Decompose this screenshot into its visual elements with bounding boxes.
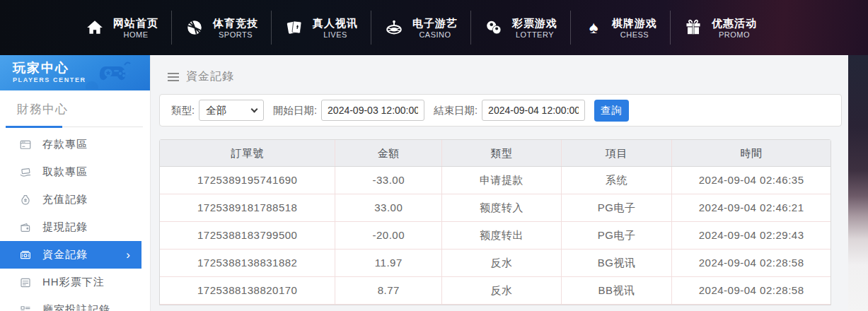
main-content: 資金記錄 類型: 全部 開始日期: 結束日期: 查詢 訂單號金額類型項目時間 1… <box>151 55 848 311</box>
table-cell: 反水 <box>441 277 561 304</box>
type-select[interactable]: 全部 <box>199 100 264 121</box>
nav-label-en: CHESS <box>620 30 649 40</box>
nav-label-zh: 体育竞技 <box>213 16 258 30</box>
column-header: 金額 <box>335 140 441 166</box>
column-header: 類型 <box>441 140 561 166</box>
roulette-icon <box>384 18 404 37</box>
column-header: 訂單號 <box>160 140 335 166</box>
nav-item-lives[interactable]: 真人视讯 LIVES <box>271 11 371 45</box>
hamburger-icon[interactable] <box>168 73 179 81</box>
nav-label-en: HOME <box>124 30 149 40</box>
table-row: 17253881388201708.77反水BB视讯2024-09-04 02:… <box>160 277 831 305</box>
spade-icon: ♠ <box>584 18 603 37</box>
top-nav-items: 网站首页 HOME 体育竞技 SPORTS 真人视讯 LIVES 电子游艺 CA… <box>0 0 868 55</box>
moneybag-icon <box>19 194 32 206</box>
breadcrumb: 資金記錄 <box>151 55 848 84</box>
nav-label-zh: 优惠活动 <box>712 16 757 30</box>
playing-cards-icon <box>284 18 304 37</box>
withdraw-hand-icon <box>19 166 32 179</box>
start-date-input[interactable] <box>321 100 424 121</box>
table-row: 172538918178851833.00额度转入PG电子2024-09-04 … <box>160 194 831 222</box>
table-cell: 1725389195741690 <box>160 167 335 194</box>
nav-item-home[interactable]: 网站首页 HOME <box>72 11 171 45</box>
table-cell: 申请提款 <box>441 167 561 194</box>
nav-item-casino[interactable]: 电子游艺 CASINO <box>371 11 470 45</box>
table-cell: 反水 <box>441 250 561 276</box>
nav-item-chess[interactable]: ♠ 棋牌游戏 CHESS <box>570 11 670 45</box>
sidebar-item-5[interactable]: HH彩票下注 <box>0 269 150 296</box>
table-cell: PG电子 <box>561 222 671 249</box>
end-date-input[interactable] <box>482 100 585 121</box>
filter-bar: 類型: 全部 開始日期: 結束日期: 查詢 <box>159 94 842 127</box>
sidebar-item-6[interactable]: 廳室投註記錄 <box>0 296 150 311</box>
document-icon <box>19 276 32 289</box>
table-row: 1725389195741690-33.00申请提款系统2024-09-04 0… <box>160 167 831 194</box>
table-cell: 1725389181788518 <box>160 194 335 221</box>
table-cell: 2024-09-04 02:46:21 <box>671 194 831 221</box>
list-icon <box>19 304 32 311</box>
nav-label-zh: 电子游艺 <box>412 16 458 30</box>
table-cell: -20.00 <box>335 222 441 249</box>
sidebar-item-label: 資金記錄 <box>42 248 88 262</box>
sidebar-header: 玩家中心 PLAYERS CENTER <box>0 55 150 90</box>
nav-label-en: LIVES <box>323 30 347 40</box>
chevron-down-icon <box>251 105 258 112</box>
nav-item-promo[interactable]: 优惠活动 PROMO <box>670 11 770 45</box>
table-cell: 额度转入 <box>441 194 561 221</box>
nav-label-zh: 棋牌游戏 <box>612 16 657 30</box>
nav-label-en: SPORTS <box>219 30 253 40</box>
table-cell: 8.77 <box>335 277 441 304</box>
table-cell: BB视讯 <box>561 277 671 304</box>
nav-item-sports[interactable]: 体育竞技 SPORTS <box>171 11 271 45</box>
page-background-strip <box>848 55 868 311</box>
nav-item-lottery[interactable]: 彩票游戏 LOTTERY <box>470 11 570 45</box>
sidebar-item-label: 存款專區 <box>42 138 88 151</box>
end-date-label: 結束日期: <box>434 104 478 117</box>
sidebar-item-1[interactable]: 取款專區 <box>0 158 150 186</box>
table-cell: 1725388138831882 <box>160 250 335 276</box>
search-button[interactable]: 查詢 <box>594 100 629 122</box>
nav-label-en: LOTTERY <box>516 30 554 40</box>
column-header: 項目 <box>561 140 671 166</box>
sidebar-item-2[interactable]: 充值記錄 <box>0 186 150 213</box>
table-body: 1725389195741690-33.00申请提款系统2024-09-04 0… <box>160 167 831 305</box>
table-cell: 1725388138820170 <box>160 277 335 304</box>
table-cell: 2024-09-04 02:28:58 <box>671 250 831 276</box>
gamepad-watermark-icon <box>85 57 146 90</box>
section-divider <box>6 127 143 127</box>
home-icon <box>85 18 105 37</box>
table-cell: 11.97 <box>335 250 441 276</box>
table-cell: BG视讯 <box>561 250 671 276</box>
lottery-balls-icon <box>484 18 504 37</box>
sidebar: 玩家中心 PLAYERS CENTER 財務中心 存款專區 取款專區 <box>0 55 151 311</box>
sidebar-item-0[interactable]: 存款專區 <box>0 131 150 158</box>
table-cell: -33.00 <box>335 167 441 194</box>
table-row: 1725388183799500-20.00额度转出PG电子2024-09-04… <box>160 222 831 250</box>
nav-label-en: CASINO <box>419 30 451 40</box>
table-cell: PG电子 <box>561 194 671 221</box>
column-header: 時間 <box>671 140 831 166</box>
nav-label-en: PROMO <box>719 30 750 40</box>
sidebar-menu: 存款專區 取款專區 充值記錄 提現記錄 資金記錄 › HH彩票下注 廳室投註記錄 <box>0 131 150 311</box>
table-cell: 2024-09-04 02:28:58 <box>671 277 831 304</box>
table-cell: 2024-09-04 02:29:43 <box>671 222 831 249</box>
sidebar-item-3[interactable]: 提現記錄 <box>0 213 150 241</box>
table-header-row: 訂單號金額類型項目時間 <box>160 140 831 167</box>
top-nav: 网站首页 HOME 体育竞技 SPORTS 真人视讯 LIVES 电子游艺 CA… <box>0 0 868 55</box>
funds-table: 訂單號金額類型項目時間 1725389195741690-33.00申请提款系统… <box>159 139 831 305</box>
sidebar-item-label: 提現記錄 <box>42 221 88 234</box>
chevron-right-icon: › <box>126 248 131 262</box>
nav-label-zh: 网站首页 <box>113 16 158 30</box>
table-row: 172538813883188211.97反水BG视讯2024-09-04 02… <box>160 250 831 277</box>
start-date-label: 開始日期: <box>273 104 317 117</box>
deposit-icon <box>19 139 32 151</box>
table-cell: 1725388183799500 <box>160 222 335 249</box>
sidebar-item-label: HH彩票下注 <box>42 276 105 289</box>
gift-icon <box>683 18 703 37</box>
sidebar-item-label: 充值記錄 <box>42 193 88 206</box>
sidebar-item-4[interactable]: 資金記錄 › <box>0 241 141 269</box>
table-cell: 33.00 <box>335 194 441 221</box>
wallet-icon <box>19 221 32 234</box>
type-select-value: 全部 <box>206 104 226 117</box>
table-cell: 系统 <box>561 167 671 194</box>
